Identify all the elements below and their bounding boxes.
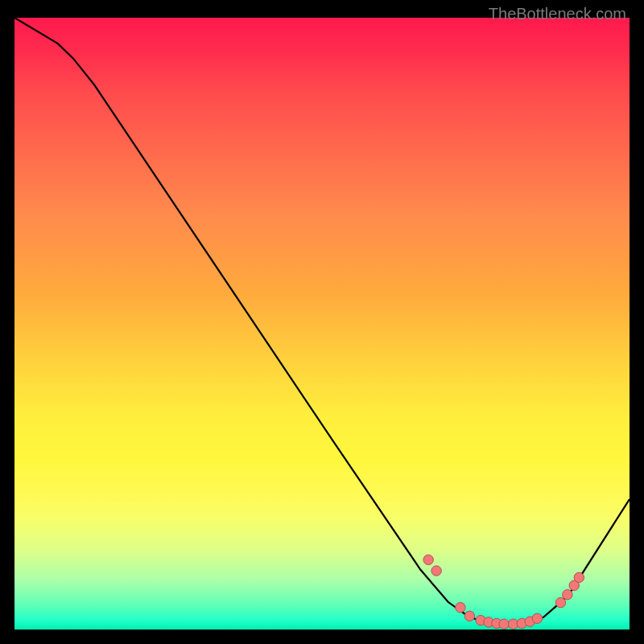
data-point <box>555 597 565 607</box>
data-point <box>456 602 465 612</box>
data-point <box>423 555 433 564</box>
bottleneck-curve <box>14 18 630 625</box>
data-point <box>464 611 474 621</box>
data-point <box>574 572 584 582</box>
curve-dots <box>423 555 584 629</box>
data-point <box>431 566 441 576</box>
data-point <box>532 613 542 623</box>
chart-svg <box>14 18 630 630</box>
attribution-text: TheBottleneck.com <box>489 5 626 23</box>
chart-plot-area <box>14 18 630 630</box>
data-point <box>499 619 509 629</box>
data-point <box>563 589 572 599</box>
